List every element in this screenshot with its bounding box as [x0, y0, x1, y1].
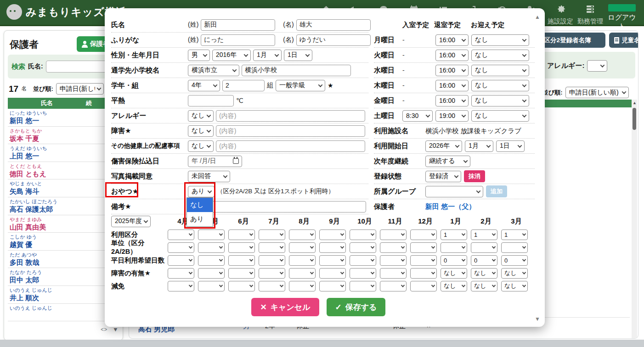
month-cell-select[interactable] [410, 255, 437, 266]
month-cell-select[interactable] [350, 255, 376, 266]
guardian-list-item[interactable]: うえだ ゆういち 上田 悠一 [8, 144, 121, 162]
month-cell-select[interactable]: なし [471, 281, 497, 291]
guardian-list-item[interactable]: とくだ ともえ 徳田 ともえ [8, 162, 121, 180]
class-type-select[interactable]: 一般学級 [276, 80, 325, 91]
month-cell-select[interactable] [168, 242, 194, 253]
children-scrollbar[interactable]: ▲ [632, 100, 637, 339]
children-roster-button[interactable]: 児童名簿 [609, 33, 638, 48]
scroll-up-icon[interactable]: ▲ [633, 101, 637, 105]
photo-consent-select[interactable]: 未回答 [188, 171, 230, 182]
month-cell-select[interactable] [471, 242, 497, 253]
snack-option-なし[interactable]: なし [187, 198, 213, 212]
month-cell-select[interactable] [319, 268, 346, 279]
last-name-kana-input[interactable] [201, 34, 275, 46]
snack-select[interactable]: あり [188, 186, 215, 197]
month-cell-select[interactable] [380, 242, 407, 253]
resize-handle-icon[interactable]: <> [101, 327, 107, 333]
month-cell-select[interactable]: なし [441, 281, 467, 291]
month-cell-select[interactable] [168, 255, 194, 266]
month-cell-select[interactable] [319, 242, 346, 253]
month-cell-select[interactable] [289, 242, 316, 253]
birth-day-select[interactable]: 1日 [284, 50, 312, 61]
add-group-button[interactable]: 追加 [486, 185, 507, 197]
pickup-select[interactable]: なし [471, 65, 529, 76]
birth-year-select[interactable]: 2016年 [212, 50, 251, 61]
temperature-input[interactable] [188, 95, 234, 106]
month-cell-select[interactable] [380, 255, 407, 266]
start-month-select[interactable]: 1月 [465, 140, 493, 152]
month-cell-select[interactable] [228, 281, 255, 291]
month-cell-select[interactable] [350, 242, 376, 253]
grade-select[interactable]: 4年 [188, 80, 220, 91]
month-cell-select[interactable] [350, 281, 376, 291]
month-cell-select[interactable] [198, 229, 225, 240]
entry-time-select[interactable]: 8:30 [402, 110, 433, 122]
last-name-input[interactable] [201, 19, 275, 31]
month-cell-select[interactable] [410, 281, 437, 291]
continue-select[interactable]: 継続する [425, 156, 470, 167]
disability-detail-input[interactable] [216, 125, 365, 137]
month-cell-select[interactable]: 1 [501, 229, 528, 240]
nav-facility-settings[interactable]: 施設設定 [546, 4, 575, 26]
month-cell-select[interactable] [289, 229, 316, 240]
first-name-kana-input[interactable] [296, 34, 371, 46]
exit-time-select[interactable]: 16:00 [435, 80, 469, 91]
nav-attendance[interactable]: 勤務管理 [576, 4, 605, 26]
exit-time-select[interactable]: 16:00 [435, 34, 469, 46]
month-cell-select[interactable]: 1 [441, 229, 467, 240]
allergy-detail-input[interactable] [216, 110, 365, 122]
month-cell-select[interactable] [198, 255, 225, 266]
scroll-down-icon[interactable]: ▼ [113, 326, 117, 333]
pickup-select[interactable]: なし [471, 34, 529, 46]
pickup-select[interactable]: なし [471, 50, 529, 61]
month-cell-select[interactable] [198, 268, 225, 279]
guardian-list-item[interactable]: やまだ まゆみ 山田 真由美 [8, 215, 121, 233]
exit-time-select[interactable]: 19:00 [435, 110, 469, 122]
scrollbar-thumb[interactable] [633, 108, 636, 130]
school-name-input[interactable] [242, 65, 351, 76]
guardian-list-item[interactable]: いのうえ じゅんじ 井上 順次 [8, 286, 121, 304]
disability-select[interactable]: なし [188, 125, 214, 137]
modal-scroll-up-icon[interactable]: ▲ [535, 14, 540, 20]
month-cell-select[interactable]: 0 [471, 255, 497, 266]
guardian-list-item[interactable]: たなか たろう 田中 太郎 [8, 268, 121, 286]
pickup-select[interactable]: なし [471, 110, 529, 122]
month-cell-select[interactable]: なし [441, 268, 467, 279]
health-detail-input[interactable] [216, 140, 365, 152]
month-cell-select[interactable] [198, 242, 225, 253]
month-cell-select[interactable] [441, 242, 467, 253]
save-button[interactable]: ✓保存する [327, 298, 385, 316]
month-cell-select[interactable] [319, 229, 346, 240]
month-cell-select[interactable] [168, 268, 194, 279]
guardian-list-item[interactable]: にった ゆういち 新田 悠一 [8, 109, 121, 127]
month-cell-select[interactable] [350, 268, 376, 279]
sidebar-sort-select[interactable]: 申請日(新しい順) [56, 83, 104, 95]
month-cell-select[interactable] [228, 229, 255, 240]
pickup-select[interactable]: なし [471, 95, 529, 106]
guardian-list-item[interactable]: やじま かいと 矢島 海斗 [8, 179, 121, 197]
exit-time-select[interactable]: 16:00 [435, 65, 469, 76]
exit-time-select[interactable]: 16:00 [435, 95, 469, 106]
month-cell-select[interactable] [410, 242, 437, 253]
guardian-list-item[interactable]: こしか ゆう 越賀 優 [8, 233, 121, 251]
start-year-select[interactable]: 2026年 [425, 140, 462, 152]
month-cell-select[interactable] [259, 229, 285, 240]
month-cell-select[interactable] [501, 242, 528, 253]
month-cell-select[interactable] [410, 229, 437, 240]
month-cell-select[interactable] [198, 281, 225, 291]
month-cell-select[interactable] [350, 229, 376, 240]
cancel-button[interactable]: ✕キャンセル [251, 298, 319, 316]
first-name-input[interactable] [296, 19, 371, 31]
modal-scroll-down-icon[interactable]: ▼ [535, 316, 540, 322]
group-select[interactable] [425, 186, 483, 197]
month-cell-select[interactable] [289, 255, 316, 266]
guardian-list-item[interactable]: いのうえ じゅんじ [8, 304, 121, 322]
month-cell-select[interactable] [228, 242, 255, 253]
month-cell-select[interactable]: 0 [501, 255, 528, 266]
month-cell-select[interactable] [319, 281, 346, 291]
month-cell-select[interactable] [259, 281, 285, 291]
memo-input[interactable] [188, 201, 366, 213]
month-cell-select[interactable]: 0 [441, 255, 467, 266]
month-cell-select[interactable] [168, 229, 194, 240]
guardian-list-item[interactable]: ただ あつや 多田 敦哉 [8, 251, 121, 269]
